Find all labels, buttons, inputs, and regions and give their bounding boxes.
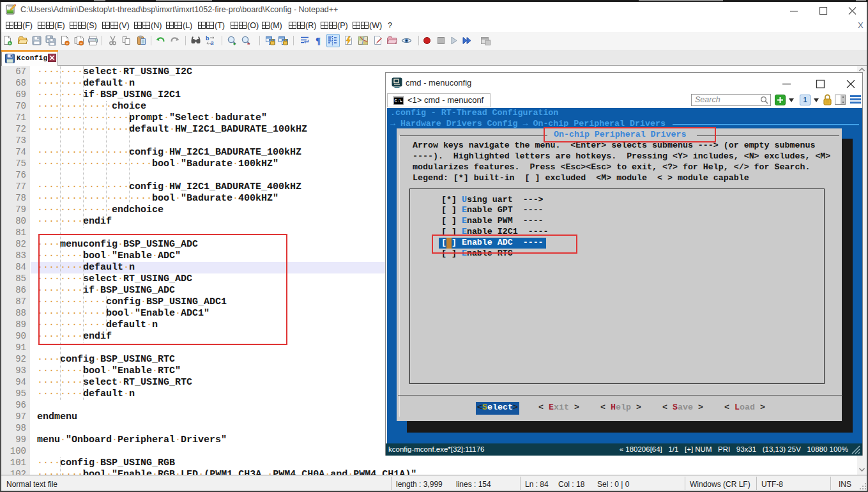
svg-text:b: b <box>206 35 209 42</box>
svg-text:C:\: C:\ <box>395 99 402 104</box>
svg-text:a: a <box>211 40 214 46</box>
svg-text:¶: ¶ <box>316 36 321 46</box>
